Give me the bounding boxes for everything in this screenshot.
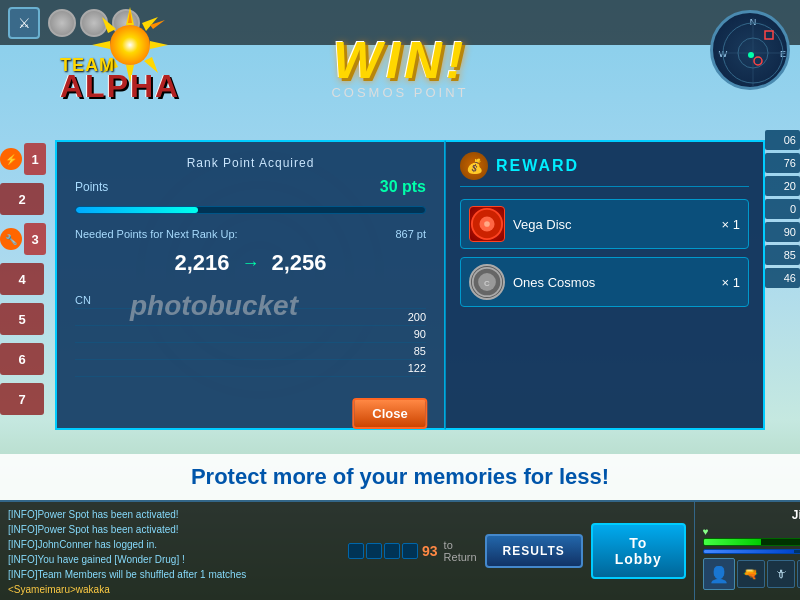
rank-to: 2,256 [272, 250, 327, 276]
reward-panel: 💰 REWARD Vega Disc × 1 C [445, 140, 765, 430]
reward-item-1-name: Vega Disc [513, 217, 714, 232]
rank-arrow-row: 2,216 → 2,256 [75, 250, 426, 276]
chat-line-6: <Syameimaru>wakaka [8, 583, 332, 596]
sidebar-row-5: 5 [0, 300, 50, 338]
score-row-2: 200 [75, 309, 426, 326]
rank-from: 2,216 [174, 250, 229, 276]
left-sidebar: ⚡ 1 2 🔧 3 4 5 6 7 [0, 130, 50, 450]
reward-item-2-qty: × 1 [722, 275, 740, 290]
svg-marker-3 [150, 41, 168, 49]
timer-box-2 [366, 543, 382, 559]
score-row-4: 85 [75, 343, 426, 360]
rank-points-label: Points [75, 180, 108, 194]
win-title: WIN! [333, 30, 467, 90]
health-bar [703, 538, 800, 546]
reward-bag-icon: 💰 [460, 152, 488, 180]
rank-progress-fill [76, 207, 198, 213]
sidebar-num-1: 1 [24, 143, 46, 175]
rank-panel: Rank Point Acquired Points 30 pts Needed… [55, 140, 445, 430]
reward-title: REWARD [496, 157, 579, 175]
sidebar-num-7: 7 [0, 383, 44, 415]
right-score-6: 85 [765, 245, 800, 265]
sidebar-row-2: 2 [0, 180, 50, 218]
score-row-5: 122 [75, 360, 426, 377]
sidebar-num-2: 2 [0, 183, 44, 215]
player-name: Jikun Long [703, 508, 800, 522]
needed-points-label: Needed Points for Next Rank Up: [75, 228, 238, 240]
chat-line-5: [INFO]Team Members will be shuffled afte… [8, 568, 332, 581]
right-score-4: 0 [765, 199, 800, 219]
sidebar-row-6: 6 [0, 340, 50, 378]
score-val-3: 90 [414, 328, 426, 340]
svg-point-20 [748, 52, 754, 58]
score-val-4: 85 [414, 345, 426, 357]
timer-boxes [348, 543, 418, 559]
sidebar-icon-3: 🔧 [0, 228, 22, 250]
weapon-slot-2: 🗡 [767, 560, 795, 588]
right-score-1: 06 [765, 130, 800, 150]
reward-item-disc-icon [469, 206, 505, 242]
right-sidebar-scores: 06 76 20 0 90 85 46 [765, 130, 800, 288]
reward-item-1: Vega Disc × 1 [460, 199, 749, 249]
sidebar-num-6: 6 [0, 343, 44, 375]
sidebar-num-4: 4 [0, 263, 44, 295]
svg-text:C: C [484, 279, 490, 288]
right-score-7: 46 [765, 268, 800, 288]
rank-points-value: 30 pts [380, 178, 426, 196]
chat-line-2: [INFO]Power Spot has been activated! [8, 523, 332, 536]
right-score-2: 76 [765, 153, 800, 173]
needed-points-value: 867 pt [395, 228, 426, 240]
reward-item-coin-icon: C [469, 264, 505, 300]
sidebar-num-3: 3 [24, 223, 46, 255]
svg-point-27 [484, 221, 490, 227]
team-alpha-label: TEAM ALPHA [60, 55, 180, 105]
sidebar-row-7: 7 [0, 380, 50, 418]
player-info: Jikun Long ♥ 156/411 👤 🔫 🗡 💊 5 [694, 502, 800, 600]
energy-fill [704, 550, 795, 553]
right-score-5: 90 [765, 222, 800, 242]
reward-item-1-qty: × 1 [722, 217, 740, 232]
cosmos-point-label: COSMOS POINT [331, 85, 468, 100]
sidebar-row-1: ⚡ 1 [0, 140, 50, 178]
needed-points-row: Needed Points for Next Rank Up: 867 pt [75, 228, 426, 240]
timer-box-4 [402, 543, 418, 559]
svg-marker-2 [92, 41, 110, 49]
mini-map: N E W [710, 10, 790, 90]
reward-item-2-name: Ones Cosmos [513, 275, 714, 290]
health-bar-container: ♥ 156/411 [703, 526, 800, 546]
health-label: ♥ 156/411 [703, 526, 800, 537]
timer-display: 93 to Return [348, 539, 477, 563]
score-val-2: 200 [408, 311, 426, 323]
right-score-3: 20 [765, 176, 800, 196]
player-avatar: 👤 [703, 558, 735, 590]
health-fill [704, 539, 761, 545]
score-label-1: CN [75, 294, 91, 306]
sidebar-icon-1: ⚡ [0, 148, 22, 170]
timer-value: 93 [422, 543, 438, 559]
timer-box-3 [384, 543, 400, 559]
rank-points-row: Points 30 pts [75, 178, 426, 196]
close-button[interactable]: Close [352, 398, 427, 429]
reward-header: 💰 REWARD [460, 152, 749, 187]
rank-panel-title: Rank Point Acquired [75, 156, 426, 170]
score-rows: CN 200 90 85 122 [75, 292, 426, 377]
protect-banner: Protect more of your memories for less! [0, 454, 800, 500]
rank-arrow-symbol: → [242, 253, 260, 274]
panels-container: Rank Point Acquired Points 30 pts Needed… [55, 140, 765, 430]
svg-marker-4 [102, 17, 116, 33]
hud-main-icon: ⚔ [8, 7, 40, 39]
score-row-1: CN [75, 292, 426, 309]
sidebar-row-4: 4 [0, 260, 50, 298]
bottom-hud: [INFO]Power Spot has been activated! [IN… [0, 500, 800, 600]
to-lobby-button[interactable]: To Lobby [591, 523, 686, 579]
results-button[interactable]: RESULTS [485, 534, 583, 568]
svg-point-19 [754, 57, 762, 65]
chat-line-1: [INFO]Power Spot has been activated! [8, 508, 332, 521]
protect-text2: for less! [523, 464, 609, 489]
chat-area: [INFO]Power Spot has been activated! [IN… [0, 502, 340, 600]
protect-text1: Protect more of your memories [191, 464, 517, 489]
bottom-center-controls: 93 to Return RESULTS To Lobby [340, 502, 694, 600]
timer-label: to Return [444, 539, 477, 563]
sidebar-row-3: 🔧 3 [0, 220, 50, 258]
chat-line-4: [INFO]You have gained [Wonder Drug] ! [8, 553, 332, 566]
